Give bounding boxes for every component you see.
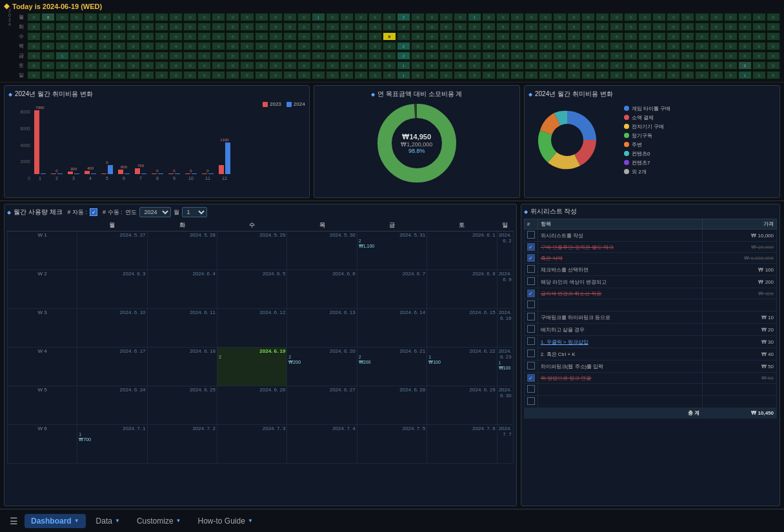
cal-day-2024. 6. 16[interactable]: 2024. 6. 16 [497,309,513,348]
week-label-5: W 5 [8,386,77,425]
cal-day-2024. 5. 31[interactable]: 2024. 5. 312₩1,100 [357,232,427,270]
pie-legend-dot-1 [624,115,629,120]
bar-chart-legend: 2023 2024 [8,101,305,107]
nav-tab-customize[interactable]: Customize ▼ [130,514,188,528]
cal-day-2024. 5. 28[interactable]: 2024. 5. 28 [147,232,217,270]
month-select[interactable]: 1234 5678 9101112 [182,207,207,217]
cal-day-2024. 6. 10[interactable]: 2024. 6. 10 [77,309,147,348]
cal-day-2024. 5. 27[interactable]: 2024. 5. 27 [77,232,147,270]
cal-day-2024. 6. 8[interactable]: 2024. 6. 8 [427,270,497,309]
cal-day-2024. 6. 2[interactable]: 2024. 6. 2 [497,232,513,270]
nav-tab-dashboard[interactable]: Dashboard ▼ [25,514,86,528]
receive-control: # 수동 : 연도 2024 월 1234 5678 9101112 [103,207,207,217]
wishlist-checkbox-5[interactable]: ✓ [527,290,535,297]
wishlist-checkbox-3[interactable] [527,265,535,273]
wishlist-checkbox-14[interactable] [527,397,535,405]
nav-tab-howto[interactable]: How-to Guide ▼ [192,514,259,528]
bar-2023-m9 [168,173,174,174]
year-select[interactable]: 2024 [139,207,171,217]
calendar-week-1: W 12024. 5. 272024. 5. 282024. 5. 292024… [8,232,514,270]
cal-day-2024. 6. 22[interactable]: 2024. 6. 221₩100 [427,348,497,386]
pie-legend-dot-0 [624,106,629,111]
pie-legend-item-3: 정기구독 [624,132,670,139]
bar-chart-canvas: 8000 6000 4000 2000 0 795010230034004056… [8,110,305,193]
cal-day-2024. 6. 12[interactable]: 2024. 6. 12 [217,309,286,348]
cal-day-2024. 6. 24[interactable]: 2024. 6. 24 [77,386,147,425]
wed-header: 수 [217,220,286,232]
cal-day-2024. 6. 1[interactable]: 2024. 6. 1 [427,232,497,270]
wl-col-price: 가격 [703,219,777,230]
cal-day-2024. 7. 7[interactable]: 2024. 7. 7 [497,425,513,464]
cal-day-2024. 6. 3[interactable]: 2024. 6. 3 [77,270,147,309]
cal-day-2024. 7. 3[interactable]: 2024. 7. 3 [217,425,286,464]
cal-day-2024. 6. 14[interactable]: 2024. 6. 14 [357,309,427,348]
cal-day-2024. 6. 29[interactable]: 2024. 6. 29 [427,386,497,425]
heatmap-row-thu: 목 00000000000000000000000000200000000000… [4,41,780,51]
wishlist-checkbox-8[interactable] [527,325,535,333]
wishlist-item-9: 1. 우클릭 > 링크삽입 [538,336,703,348]
cal-day-2024. 6. 19[interactable]: 2024. 6. 192 [217,348,286,386]
week-label-3: W 3 [8,309,77,348]
sat-header: 토 [427,220,497,232]
wishlist-checkbox-13[interactable] [527,385,535,393]
bar-2023-m6 [118,170,123,175]
cal-day-2024. 6. 15[interactable]: 2024. 6. 15 [427,309,497,348]
wishlist-checkbox-4[interactable] [527,277,535,285]
wishlist-checkbox-7[interactable] [527,313,535,320]
cal-day-2024. 6. 11[interactable]: 2024. 6. 11 [147,309,217,348]
pie-legend-item-7: 외 2개 [624,168,670,175]
cal-day-2024. 7. 1[interactable]: 2024. 7. 11₩700 [77,425,147,464]
howto-arrow: ▼ [248,518,253,524]
wishlist-checkbox-11[interactable] [527,362,535,369]
cal-day-2024. 6. 30[interactable]: 2024. 6. 30 [497,386,513,425]
wishlist-checkbox-10[interactable] [527,350,535,357]
customize-label: Customize [137,517,174,526]
bar-2024-m9 [175,173,180,174]
week-label-6: W 6 [8,425,77,464]
cal-day-2024. 6. 7[interactable]: 2024. 6. 7 [357,270,427,309]
bar-2023-m8 [152,173,157,174]
wishlist-checkbox-9[interactable] [527,337,535,345]
cal-day-2024. 6. 18[interactable]: 2024. 6. 18 [147,348,217,386]
wishlist-checkbox-6[interactable] [527,300,535,308]
dashboard-label: Dashboard [31,517,72,526]
cal-day-2024. 6. 17[interactable]: 2024. 6. 17 [77,348,147,386]
cal-day-2024. 6. 28[interactable]: 2024. 6. 28 [357,386,427,425]
wishlist-checkbox-12[interactable]: ✓ [527,374,535,382]
wishlist-checkbox-2[interactable]: ✓ [527,254,535,262]
cal-day-2024. 7. 4[interactable]: 2024. 7. 4 [287,425,357,464]
wishlist-price-7: ₩ 10 [703,311,777,324]
wishlist-row-10: 2. 혹은 Ctrl + K₩ 40 [524,348,776,360]
menu-icon[interactable]: ☰ [6,514,21,528]
cal-day-2024. 6. 26[interactable]: 2024. 6. 26 [217,386,286,425]
customize-arrow: ▼ [176,518,181,524]
cal-day-2024. 5. 30[interactable]: 2024. 5. 30 [287,232,357,270]
cal-day-2024. 6. 4[interactable]: 2024. 6. 4 [147,270,217,309]
cal-day-2024. 6. 6[interactable]: 2024. 6. 6 [287,270,357,309]
auto-checkbox[interactable]: ✓ [90,208,97,216]
cal-day-2024. 7. 5[interactable]: 2024. 7. 5 [357,425,427,464]
cal-day-2024. 6. 20[interactable]: 2024. 6. 202₩200 [287,348,357,386]
y-axis: 8000 6000 4000 2000 0 [8,110,33,181]
cal-day-2024. 6. 9[interactable]: 2024. 6. 9 [497,270,513,309]
cal-day-2024. 7. 2[interactable]: 2024. 7. 2 [147,425,217,464]
cal-day-2024. 6. 21[interactable]: 2024. 6. 212₩200 [357,348,427,386]
cal-day-2024. 6. 23[interactable]: 2024. 6. 231₩100 [497,348,513,386]
wishlist-checkbox-0[interactable] [527,231,535,239]
wishlist-row-8: 배치하고 삶을 경우₩ 20 [524,324,776,336]
wishlist-checkbox-1[interactable]: ✓ [527,243,535,251]
wishlist-item-6 [538,299,703,311]
tue-header: 화 [147,220,217,232]
cal-day-2024. 6. 25[interactable]: 2024. 6. 25 [147,386,217,425]
cal-day-2024. 6. 13[interactable]: 2024. 6. 13 [287,309,357,348]
wishlist-title: 위시리스트 작성 [524,207,777,216]
auto-control: # 자동 : ✓ [68,208,98,217]
wishlist-total-label: 총 계 [524,408,703,419]
cal-day-2024. 6. 5[interactable]: 2024. 6. 5 [217,270,286,309]
cal-day-2024. 6. 27[interactable]: 2024. 6. 27 [287,386,357,425]
cal-day-2024. 5. 29[interactable]: 2024. 5. 29 [217,232,286,270]
nav-tab-data[interactable]: Data ▼ [90,514,126,528]
data-arrow: ▼ [115,518,120,524]
cal-day-2024. 7. 6[interactable]: 2024. 7. 6 [427,425,497,464]
wishlist-item-8: 배치하고 삶을 경우 [538,324,703,336]
